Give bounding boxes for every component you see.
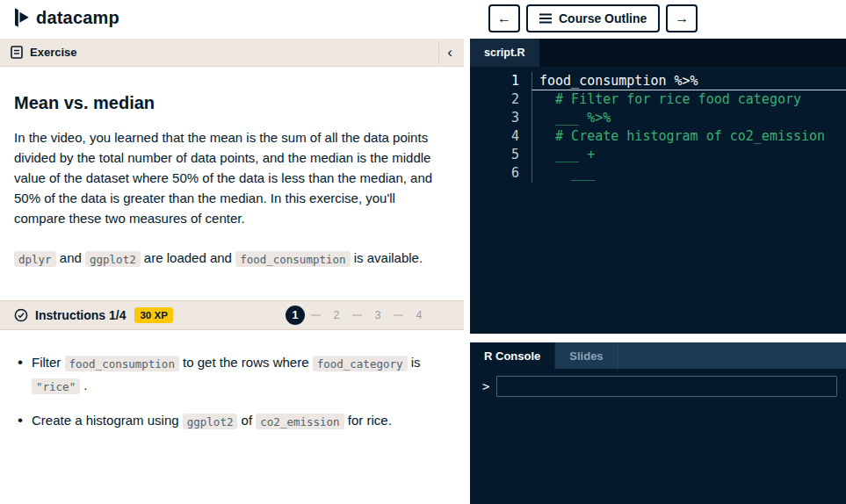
back-arrow-icon: ←	[497, 11, 511, 26]
exercise-panel: Exercise ‹ Mean vs. median In the video,…	[0, 39, 464, 504]
instructions-page-4[interactable]: 4	[409, 306, 429, 325]
datacamp-logo[interactable]: datacamp	[9, 6, 119, 29]
editor-lines[interactable]: 1food_consumption %>%2 # Filter for rice…	[470, 67, 846, 183]
exercise-title: Mean vs. median	[14, 93, 450, 113]
code-line-6[interactable]: 6 ___	[470, 164, 846, 183]
code-line-1[interactable]: 1food_consumption %>%	[470, 72, 846, 90]
instruction-item: Filter food_consumption to get the rows …	[30, 351, 450, 397]
code-text: # Create histogram of co2_emission	[531, 127, 846, 146]
instruction-item: Create a histogram using ggplot2 of co2_…	[30, 409, 450, 432]
console-prompt: >	[482, 379, 489, 393]
code-text: food_consumption %>%	[531, 72, 846, 90]
console-tabs: R ConsoleSlides	[470, 342, 846, 369]
code-token: ___ %>%	[539, 110, 611, 126]
forward-arrow-icon: →	[675, 11, 689, 26]
course-nav: ← Course Outline →	[488, 4, 698, 32]
instructions-check-icon	[14, 308, 28, 322]
inline-code: food_consumption	[65, 356, 179, 371]
instructions-page-3[interactable]: 3	[368, 306, 387, 325]
text-segment: is	[408, 355, 421, 370]
line-number: 2	[470, 90, 531, 109]
line-number: 6	[470, 164, 531, 183]
code-line-3[interactable]: 3 ___ %>%	[470, 109, 846, 127]
exercise-panel-header: Exercise ‹	[0, 39, 464, 67]
inline-code: co2_emission	[256, 414, 343, 429]
inline-code: ggplot2	[183, 414, 238, 429]
next-exercise-button[interactable]: →	[666, 4, 698, 32]
pagination-dash	[311, 314, 321, 316]
text-segment: Create a histogram using	[32, 413, 183, 428]
pagination-dash	[394, 314, 403, 316]
instructions-list: Filter food_consumption to get the rows …	[18, 351, 450, 432]
exercise-description: In the video, you learned that the mean …	[14, 127, 450, 228]
code-text: ___ +	[531, 146, 846, 164]
course-outline-button[interactable]: Course Outline	[526, 4, 660, 32]
console-panel: R ConsoleSlides >	[470, 342, 846, 504]
availability-text: dplyr and ggplot2 are loaded and food_co…	[14, 246, 450, 270]
instructions-page-1[interactable]: 1	[286, 306, 305, 325]
instructions-header: Instructions 1/4 30 XP 1234	[0, 300, 464, 330]
inline-code: dplyr	[14, 251, 56, 267]
inline-code: "rice"	[32, 378, 80, 394]
code-line-4[interactable]: 4 # Create histogram of co2_emission	[470, 127, 846, 146]
datacamp-logo-icon	[9, 6, 32, 29]
text-segment: .	[80, 378, 87, 392]
code-token: ___	[539, 165, 595, 181]
previous-exercise-button[interactable]: ←	[488, 4, 520, 32]
editor-tabbar: script.R	[470, 39, 846, 67]
hamburger-icon	[539, 13, 552, 24]
tab-script-r[interactable]: script.R	[470, 39, 539, 67]
pagination-dash	[352, 314, 362, 316]
code-token: food_consumption %>%	[539, 73, 698, 89]
text-segment: of	[237, 413, 256, 428]
script-editor[interactable]: script.R 1food_consumption %>%2 # Filter…	[470, 39, 846, 334]
text-segment: for rice.	[344, 413, 392, 428]
instructions-pagination: 1234	[286, 306, 429, 325]
text-segment: are loaded and	[141, 250, 235, 265]
line-number: 5	[470, 146, 531, 164]
line-number: 3	[470, 109, 531, 127]
text-segment: Filter	[32, 355, 65, 370]
inline-code: ggplot2	[85, 251, 141, 267]
code-token: # Filter for rice food category	[539, 91, 801, 107]
exercise-intro: Mean vs. median In the video, you learne…	[0, 67, 464, 270]
instructions-page-2[interactable]: 2	[327, 306, 346, 325]
code-text: ___	[531, 164, 846, 183]
code-token: # Create histogram of co2_emission	[539, 128, 825, 144]
datacamp-exercise-page: datacamp ← Course Outline →	[0, 0, 846, 504]
xp-badge: 30 XP	[134, 307, 172, 323]
datacamp-logo-text: datacamp	[36, 8, 119, 28]
inline-code: food_category	[313, 356, 408, 371]
code-line-5[interactable]: 5 ___ +	[470, 146, 846, 164]
instructions-title: Instructions 1/4	[35, 308, 126, 322]
code-text: # Filter for rice food category	[531, 90, 846, 109]
line-number: 4	[470, 127, 531, 146]
collapse-panel-button[interactable]: ‹	[439, 41, 460, 64]
console-body: >	[470, 369, 846, 404]
inline-code: food_consumption	[235, 251, 350, 267]
console-tab-slides[interactable]: Slides	[555, 342, 618, 369]
text-segment: and	[56, 250, 85, 265]
line-number: 1	[470, 72, 531, 90]
topbar: datacamp ← Course Outline →	[0, 0, 846, 39]
exercise-header-label: Exercise	[30, 46, 77, 59]
course-outline-label: Course Outline	[559, 11, 647, 25]
exercise-icon	[11, 46, 23, 59]
instructions-body: Filter food_consumption to get the rows …	[0, 330, 464, 432]
text-segment: is available.	[351, 250, 423, 265]
code-token: ___ +	[539, 147, 595, 162]
console-tab-r-console[interactable]: R Console	[470, 342, 555, 369]
text-segment: to get the rows where	[179, 355, 313, 370]
chevron-left-icon: ‹	[447, 44, 452, 61]
code-text: ___ %>%	[531, 109, 846, 127]
code-line-2[interactable]: 2 # Filter for rice food category	[470, 90, 846, 109]
console-input[interactable]	[496, 376, 837, 397]
